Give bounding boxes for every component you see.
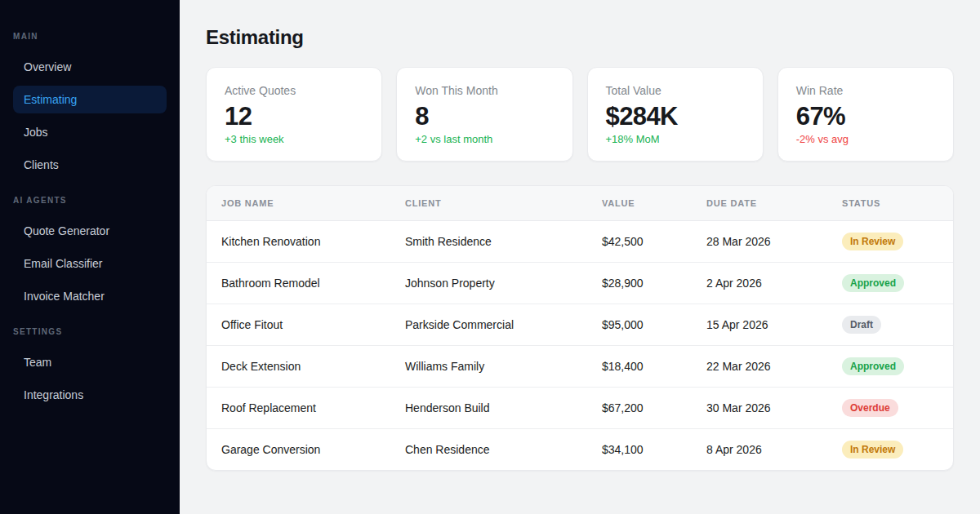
cell-client: Williams Family	[390, 345, 587, 387]
sidebar-item-estimating[interactable]: Estimating	[13, 86, 167, 113]
stat-delta: +2 vs last month	[415, 134, 554, 145]
stat-card-win-rate: Win Rate67%-2% vs avg	[777, 67, 954, 162]
stat-label: Win Rate	[796, 85, 935, 97]
cell-client: Johnson Property	[390, 262, 587, 304]
stat-card-won-this-month: Won This Month8+2 vs last month	[396, 67, 572, 162]
sidebar-section-label: SETTINGS	[0, 326, 180, 339]
stat-delta: +3 this week	[225, 134, 363, 145]
cell-value: $95,000	[587, 304, 692, 345]
status-badge-approved: Approved	[842, 357, 904, 375]
cell-status: Approved	[827, 345, 953, 387]
stat-value: 8	[415, 103, 554, 131]
cell-value: $42,500	[587, 220, 692, 262]
stat-value: 67%	[796, 103, 935, 131]
cell-due-date: 28 Mar 2026	[692, 220, 827, 262]
cell-client: Parkside Commercial	[390, 304, 587, 345]
sidebar-item-clients[interactable]: Clients	[13, 151, 167, 179]
table-row-garage-conversion[interactable]: Garage ConversionChen Residence$34,1008 …	[207, 428, 953, 470]
sidebar-item-quote-generator[interactable]: Quote Generator	[13, 217, 167, 245]
cell-client: Chen Residence	[390, 428, 587, 470]
status-badge-draft: Draft	[842, 316, 881, 334]
table-row-roof-replacement[interactable]: Roof ReplacementHenderson Build$67,20030…	[207, 387, 953, 428]
sidebar-section-label: MAIN	[0, 30, 180, 43]
main-content: Estimating Active Quotes12+3 this weekWo…	[180, 0, 980, 514]
sidebar-item-label: Estimating	[24, 93, 77, 106]
status-badge-approved: Approved	[842, 274, 904, 292]
sidebar-item-integrations[interactable]: Integrations	[13, 381, 167, 409]
sidebar-item-label: Invoice Matcher	[24, 290, 105, 303]
cell-value: $28,900	[587, 262, 692, 304]
cell-status: Approved	[827, 262, 953, 304]
table-row-deck-extension[interactable]: Deck ExtensionWilliams Family$18,40022 M…	[207, 345, 953, 387]
stat-label: Active Quotes	[225, 85, 363, 97]
column-header-due-date: DUE DATE	[692, 186, 827, 220]
cell-job-name: Garage Conversion	[207, 428, 390, 470]
cell-due-date: 8 Apr 2026	[692, 428, 827, 470]
sidebar-section-main: MAINOverviewEstimatingJobsClients	[0, 30, 180, 181]
cell-job-name: Bathroom Remodel	[207, 262, 390, 304]
stat-delta: +18% MoM	[606, 134, 745, 145]
stat-label: Won This Month	[415, 85, 554, 97]
sidebar-section-ai-agents: AI AGENTSQuote GeneratorEmail Classifier…	[0, 181, 180, 312]
column-header-client: CLIENT	[390, 186, 587, 220]
column-header-job-name: JOB NAME	[207, 186, 390, 220]
stat-card-active-quotes: Active Quotes12+3 this week	[206, 67, 382, 162]
cell-due-date: 15 Apr 2026	[692, 304, 827, 345]
cell-value: $34,100	[587, 428, 692, 470]
cell-status: In Review	[827, 220, 953, 262]
status-badge-in-review: In Review	[842, 441, 903, 459]
cell-value: $67,200	[587, 387, 692, 428]
status-badge-in-review: In Review	[842, 233, 903, 250]
cell-client: Smith Residence	[390, 220, 587, 262]
sidebar-item-jobs[interactable]: Jobs	[13, 118, 167, 146]
sidebar-item-label: Jobs	[24, 126, 48, 139]
stats-row: Active Quotes12+3 this weekWon This Mont…	[206, 67, 954, 162]
sidebar-item-label: Clients	[24, 158, 59, 171]
sidebar-item-invoice-matcher[interactable]: Invoice Matcher	[13, 282, 167, 310]
stat-label: Total Value	[606, 85, 745, 97]
cell-value: $18,400	[587, 345, 692, 387]
page-title: Estimating	[206, 26, 954, 49]
sidebar: MAINOverviewEstimatingJobsClientsAI AGEN…	[0, 0, 180, 514]
sidebar-item-team[interactable]: Team	[13, 348, 167, 376]
cell-due-date: 2 Apr 2026	[692, 262, 827, 304]
cell-due-date: 22 Mar 2026	[692, 345, 827, 387]
table-row-kitchen-renovation[interactable]: Kitchen RenovationSmith Residence$42,500…	[207, 220, 953, 262]
sidebar-section-settings: SETTINGSTeamIntegrations	[0, 312, 180, 411]
sidebar-item-email-classifier[interactable]: Email Classifier	[13, 250, 167, 277]
table-row-office-fitout[interactable]: Office FitoutParkside Commercial$95,0001…	[207, 304, 953, 345]
sidebar-item-overview[interactable]: Overview	[13, 53, 167, 81]
cell-due-date: 30 Mar 2026	[692, 387, 827, 428]
cell-job-name: Office Fitout	[207, 304, 390, 345]
cell-status: In Review	[827, 428, 953, 470]
stat-card-total-value: Total Value$284K+18% MoM	[587, 67, 764, 162]
quotes-table-card: JOB NAMECLIENTVALUEDUE DATESTATUS Kitche…	[206, 185, 954, 471]
stat-value: $284K	[606, 103, 745, 131]
stat-delta: -2% vs avg	[796, 134, 935, 145]
table-body: Kitchen RenovationSmith Residence$42,500…	[207, 220, 953, 470]
quotes-table: JOB NAMECLIENTVALUEDUE DATESTATUS Kitche…	[207, 186, 953, 470]
cell-client: Henderson Build	[390, 387, 587, 428]
table-header: JOB NAMECLIENTVALUEDUE DATESTATUS	[207, 186, 953, 220]
cell-status: Overdue	[827, 387, 953, 428]
sidebar-item-label: Overview	[24, 60, 71, 73]
sidebar-item-label: Quote Generator	[24, 224, 109, 237]
column-header-status: STATUS	[827, 186, 953, 220]
cell-job-name: Roof Replacement	[207, 387, 390, 428]
cell-status: Draft	[827, 304, 953, 345]
sidebar-section-label: AI AGENTS	[0, 194, 180, 207]
status-badge-overdue: Overdue	[842, 399, 898, 417]
cell-job-name: Deck Extension	[207, 345, 390, 387]
cell-job-name: Kitchen Renovation	[207, 220, 390, 262]
column-header-value: VALUE	[587, 186, 692, 220]
table-row-bathroom-remodel[interactable]: Bathroom RemodelJohnson Property$28,9002…	[207, 262, 953, 304]
sidebar-item-label: Email Classifier	[24, 257, 102, 270]
sidebar-item-label: Integrations	[24, 388, 83, 401]
stat-value: 12	[225, 103, 363, 131]
sidebar-item-label: Team	[24, 356, 51, 369]
